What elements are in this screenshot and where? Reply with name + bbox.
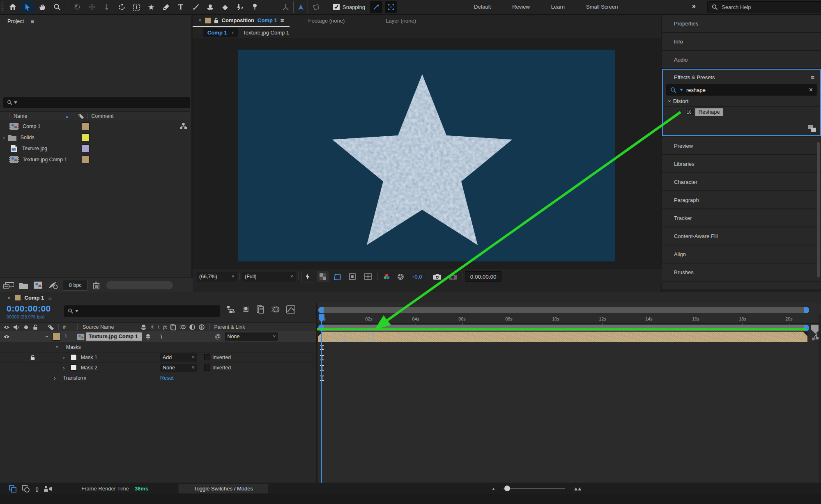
- interpret-footage-icon[interactable]: [3, 282, 14, 289]
- mask-span-box-1[interactable]: [333, 332, 343, 342]
- mask-color-swatch[interactable]: [71, 354, 77, 360]
- panel-menu-icon[interactable]: ≡: [48, 294, 52, 301]
- mask-inverted-checkbox[interactable]: [204, 354, 210, 360]
- mask-span-box-2[interactable]: [344, 332, 374, 342]
- layer-duration-bar[interactable]: [318, 332, 807, 342]
- current-time-indicator-line[interactable]: [321, 314, 322, 483]
- workspace-tab-review[interactable]: Review: [501, 4, 540, 10]
- eraser-tool[interactable]: ◆: [218, 1, 232, 13]
- toggle-inout-panes-icon[interactable]: { }: [35, 486, 38, 492]
- mask-inverted-checkbox[interactable]: [204, 364, 210, 371]
- project-hscrollbar-thumb[interactable]: [106, 281, 173, 289]
- toggle-render-time-pane-icon[interactable]: [44, 486, 53, 492]
- region-of-interest-button[interactable]: [346, 271, 359, 282]
- work-area-end-handle[interactable]: [804, 325, 809, 331]
- panel-tab-paint[interactable]: Paint: [662, 282, 821, 289]
- masks-expand-chevron[interactable]: ⌄: [55, 342, 60, 349]
- layer-visibility-eye-icon[interactable]: [3, 334, 10, 339]
- label-color-swatch[interactable]: [82, 144, 90, 152]
- draft-3d-icon[interactable]: [241, 305, 250, 314]
- pan-camera-tool[interactable]: [85, 1, 99, 13]
- magnification-dropdown[interactable]: (66,7%)˅: [197, 272, 237, 282]
- masks-group-row[interactable]: ⌄ Masks: [0, 342, 316, 353]
- rotation-tool[interactable]: [115, 1, 129, 13]
- project-row-texture[interactable]: Texture.jpg: [0, 143, 190, 154]
- label-color-swatch[interactable]: [82, 156, 90, 163]
- project-row-solids[interactable]: › Solids: [0, 132, 190, 143]
- timeline-search-box[interactable]: [64, 305, 220, 317]
- mask-row-1[interactable]: › Mask 1 Add˅ Inverted: [0, 352, 316, 363]
- effects-category-distort[interactable]: ⌄ Distort: [663, 96, 820, 107]
- panel-menu-icon[interactable]: ≡: [30, 18, 34, 25]
- column-header-name[interactable]: Name: [14, 113, 27, 119]
- mask-name[interactable]: Mask 2: [81, 365, 97, 371]
- snapshot-button[interactable]: [431, 271, 444, 282]
- mask-expand-chevron[interactable]: ›: [63, 354, 65, 361]
- new-panel-corner-icon[interactable]: [808, 125, 816, 132]
- type-tool[interactable]: T: [174, 1, 188, 13]
- mask-lock-icon[interactable]: [30, 355, 35, 360]
- panel-menu-icon[interactable]: ≡: [811, 74, 814, 81]
- exposure-value[interactable]: +0,0: [412, 274, 422, 280]
- bit-depth-button[interactable]: 8 bpc: [63, 280, 88, 291]
- mask-mode-dropdown[interactable]: Add˅: [160, 353, 197, 362]
- layer-row-1[interactable]: ⌄ 1 Texture.jpg Comp 1 \ @ None˅: [0, 331, 316, 342]
- effects-item-reshape[interactable]: 16 Reshape: [663, 107, 820, 117]
- panel-tab-brushes[interactable]: Brushes: [662, 263, 821, 282]
- panel-tab-tracker[interactable]: Tracker: [662, 209, 821, 227]
- composition-canvas[interactable]: [238, 50, 615, 261]
- search-options-arrow[interactable]: [680, 89, 683, 91]
- panel-menu-icon[interactable]: ≡: [281, 17, 284, 24]
- zoom-tool[interactable]: [50, 1, 64, 13]
- new-folder-icon[interactable]: [19, 282, 28, 289]
- tab-composition[interactable]: × Composition Comp 1 ≡: [193, 14, 290, 27]
- workspace-overflow-button[interactable]: »: [692, 2, 696, 10]
- axis-mode-view[interactable]: [309, 1, 323, 13]
- panel-tab-preview[interactable]: Preview: [662, 137, 821, 155]
- layer-label-swatch[interactable]: [53, 333, 60, 341]
- mask-mode-dropdown[interactable]: None˅: [160, 364, 197, 372]
- flowchart-icon[interactable]: [180, 123, 187, 129]
- right-panel-scrollbar[interactable]: [817, 142, 820, 277]
- mask-row-2[interactable]: › Mask 2 None˅ Inverted: [0, 362, 316, 373]
- panel-tab-info[interactable]: Info: [662, 33, 821, 51]
- breadcrumb-current-comp[interactable]: Comp 1 ‹: [203, 28, 238, 37]
- trash-icon[interactable]: [93, 282, 100, 289]
- dolly-camera-tool[interactable]: [100, 1, 114, 13]
- axis-mode-world[interactable]: [293, 1, 308, 13]
- parent-link-column-header[interactable]: Parent & Link: [214, 324, 245, 330]
- pan-behind-tool[interactable]: [129, 1, 143, 13]
- roto-brush-tool[interactable]: [233, 1, 247, 13]
- expand-chevron-icon[interactable]: ›: [3, 134, 5, 141]
- work-area-bar[interactable]: [318, 325, 809, 331]
- time-ruler[interactable]: 0s 02s 04s 06s 08s 10s 12s 14s 16s 18s 2…: [317, 314, 821, 324]
- effect-name-selected[interactable]: Reshape: [695, 108, 723, 116]
- workspace-tab-default[interactable]: Default: [463, 4, 501, 10]
- layer-shy-icon[interactable]: [145, 334, 151, 339]
- panel-tab-character[interactable]: Character: [662, 173, 821, 191]
- graph-editor-icon[interactable]: [286, 305, 295, 314]
- close-icon[interactable]: ×: [7, 295, 11, 301]
- mask-color-swatch[interactable]: [71, 364, 77, 371]
- timeline-navigator[interactable]: [318, 307, 809, 313]
- project-row-texture-comp[interactable]: Texture.jpg Comp 1: [0, 154, 190, 165]
- navigator-end-handle[interactable]: [804, 307, 809, 313]
- workspace-tab-small-screen[interactable]: Small Screen: [575, 4, 628, 10]
- panel-tab-content-aware-fill[interactable]: Content-Aware Fill: [662, 227, 821, 245]
- hand-tool[interactable]: [35, 1, 49, 13]
- timeline-tab-label[interactable]: Comp 1: [25, 295, 44, 301]
- transparency-grid-button[interactable]: [317, 271, 329, 282]
- clone-stamp-tool[interactable]: [203, 1, 217, 13]
- project-row-comp1[interactable]: Comp 1: [0, 121, 190, 132]
- toggle-transfer-controls-icon[interactable]: [22, 485, 30, 493]
- snapping-checkbox[interactable]: [333, 4, 340, 10]
- frame-blending-icon[interactable]: [257, 305, 264, 314]
- label-color-swatch[interactable]: [82, 133, 90, 141]
- column-header-comment[interactable]: Comment: [91, 113, 113, 119]
- brush-tool[interactable]: [189, 1, 202, 13]
- home-button[interactable]: [6, 1, 20, 13]
- grid-guides-button[interactable]: [361, 271, 375, 282]
- shape-tool[interactable]: ★: [144, 1, 158, 13]
- toggle-switches-modes-button[interactable]: Toggle Switches / Modes: [179, 484, 268, 493]
- viewer-canvas[interactable]: [193, 38, 661, 269]
